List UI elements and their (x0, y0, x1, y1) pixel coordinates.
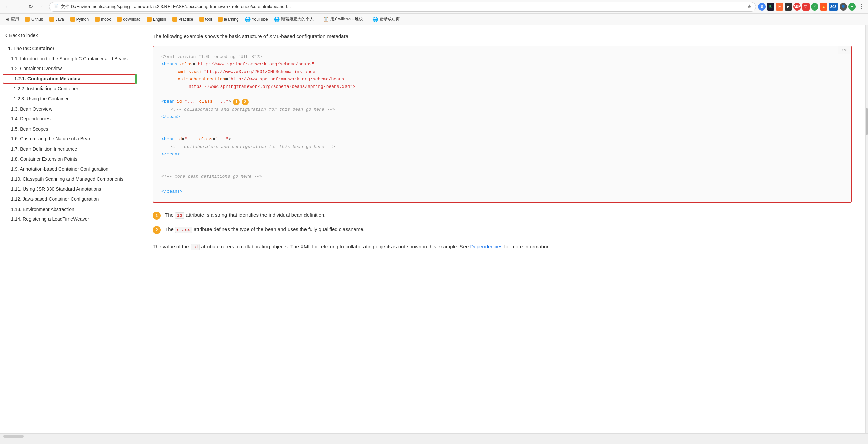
code-text: <!-- collaborators and configuration for… (171, 143, 335, 151)
star-icon[interactable]: ★ (747, 3, 752, 10)
ext-icon-7[interactable]: 🔥 (820, 3, 827, 11)
dependencies-link[interactable]: Dependencies (470, 244, 502, 249)
code-text: "..." (184, 136, 198, 143)
bookmark-tool[interactable]: tool (197, 16, 215, 23)
nav-item-1-3[interactable]: 1.3. Bean Overview (3, 104, 136, 114)
folder-icon (95, 17, 100, 22)
bookmark-willows[interactable]: 📋 用户willows - 堆栈... (320, 15, 369, 23)
code-text: <?xml version="1.0" encoding="UTF-8"?> (161, 53, 262, 61)
back-to-index[interactable]: ‹ Back to index (0, 30, 139, 44)
nav-list: 1. The IoC Container 1.1. Introduction t… (0, 44, 139, 225)
more-btn[interactable]: ⋮ (857, 3, 865, 10)
bookmark-python[interactable]: Python (67, 16, 92, 23)
bookmark-learning[interactable]: learning (215, 16, 241, 23)
code-line-2: <beans xmlns = "http://www.springframewo… (161, 61, 843, 68)
code-line-comment2: <!-- collaborators and configuration for… (161, 143, 843, 151)
ext-icon-abp[interactable]: ABP (793, 3, 801, 11)
back-button[interactable]: ← (3, 2, 12, 12)
ext-icon-3[interactable]: F (776, 3, 783, 11)
annotation-text-2: The class attribute defines the type of … (165, 225, 365, 234)
nav-item-1-2-3[interactable]: 1.2.3. Using the Container (3, 94, 136, 104)
ext-icon-1[interactable]: B (758, 3, 766, 11)
ext-icon-5[interactable]: 🛡 (802, 3, 810, 11)
bookmark-label: 登录成功页 (379, 16, 400, 22)
annotation-badge-1: 1 (153, 212, 161, 220)
active-indicator (135, 74, 137, 84)
nav-item-1-9[interactable]: 1.9. Annotation-based Container Configur… (3, 164, 136, 174)
nav-item-1-2-2[interactable]: 1.2.2. Instantiating a Container (3, 84, 136, 94)
home-button[interactable]: ⌂ (37, 2, 47, 12)
bookmark-java[interactable]: Java (46, 16, 66, 23)
code-line-endbean2: </bean> (161, 151, 843, 158)
ext-icon-4[interactable]: ▶ (785, 3, 792, 11)
right-scrollbar[interactable] (865, 25, 868, 433)
nav-item-1-14[interactable]: 1.14. Registering a LoadTimeWeaver (3, 214, 136, 225)
bookmark-youtube[interactable]: 🌐 YouTube (242, 16, 271, 23)
nav-item-label: 1.2. Container Overview (11, 66, 62, 71)
bookmark-english[interactable]: English (144, 16, 169, 23)
code-text: = (182, 136, 185, 143)
nav-item-1-8[interactable]: 1.8. Container Extension Points (3, 154, 136, 165)
nav-item-1-2-1[interactable]: 1.2.1. Configuration Metadata (3, 74, 136, 84)
code-text: xsi:schemaLocation (178, 76, 225, 83)
bookmark-github[interactable]: Github (22, 16, 46, 23)
code-text: = (212, 136, 215, 143)
code-text: class (199, 98, 212, 105)
back-to-index-label: Back to index (9, 33, 38, 38)
bookmark-label: Python (76, 17, 89, 22)
ext-icon-2[interactable]: 🐉 (767, 3, 774, 11)
scrollbar-thumb (866, 108, 868, 135)
nav-item-1-4[interactable]: 1.4. Dependencies (3, 114, 136, 124)
code-text: id (177, 98, 182, 105)
code-text: <bean (161, 136, 175, 143)
code-text: xmlns:xsi (178, 68, 201, 76)
ext-icon-6[interactable]: ✓ (811, 3, 818, 11)
code-text: "http://www.w3.org/2001/XMLSchema-instan… (204, 68, 318, 76)
nav-item-label: 1.10. Classpath Scanning and Managed Com… (11, 176, 123, 182)
code-line-empty-4 (161, 158, 843, 166)
annotation-item-2: 2 The class attribute defines the type o… (153, 225, 852, 234)
nav-item-1-6[interactable]: 1.6. Customizing the Nature of a Bean (3, 134, 136, 144)
bookmark-zhejiang[interactable]: 🌐 渐若窥宏大的个人... (271, 15, 320, 23)
nav-item-1-11[interactable]: 1.11. Using JSR 330 Standard Annotations (3, 184, 136, 194)
inline-code-id-2: id (191, 244, 200, 250)
nav-item-1-7[interactable]: 1.7. Bean Definition Inheritance (3, 144, 136, 154)
nav-item-1-10[interactable]: 1.10. Classpath Scanning and Managed Com… (3, 174, 136, 185)
nav-item-1-2-1-wrapper: 1.2.1. Configuration Metadata (3, 74, 136, 84)
bookmark-login[interactable]: 🌐 登录成功页 (370, 15, 402, 23)
nav-item-1-5[interactable]: 1.5. Bean Scopes (3, 124, 136, 134)
code-line-endbeans: </beans> (161, 188, 843, 195)
bottom-scrollbar[interactable] (0, 433, 868, 438)
code-line-3: xmlns:xsi = "http://www.w3.org/2001/XMLS… (161, 68, 843, 76)
back-arrow-icon: ‹ (5, 32, 7, 38)
code-line-comment1: <!-- collaborators and configuration for… (161, 106, 843, 113)
ext-icon-803[interactable]: 803 (829, 3, 838, 11)
bookmark-label: mooc (101, 17, 111, 22)
bookmark-label: download (123, 17, 140, 22)
code-line-empty-2 (161, 121, 843, 128)
folder-icon (199, 17, 204, 22)
code-line-5: https://www.springframework.org/schema/b… (161, 83, 843, 91)
bookmark-apps[interactable]: ⊞ 应用 (3, 15, 22, 23)
nav-item-1-12[interactable]: 1.12. Java-based Container Configuration (3, 194, 136, 205)
address-bar[interactable]: 📄 文件 D:/Environments/spring/spring-frame… (49, 2, 756, 12)
profile-icon[interactable]: ● (848, 3, 856, 11)
nav-item-1-2[interactable]: 1.2. Container Overview (3, 64, 136, 74)
reload-button[interactable]: ↻ (26, 2, 35, 12)
address-text: 文件 D:/Environments/spring/spring-framewo… (61, 4, 291, 10)
inline-code-class: class (175, 227, 192, 233)
code-text: "http://www.springframework.org/schema/b… (228, 76, 344, 83)
user-avatar[interactable]: 👤 (840, 3, 847, 11)
nav-item-1-1[interactable]: 1.1. Introduction to the Spring IoC Cont… (3, 54, 136, 64)
forward-button[interactable]: → (14, 2, 24, 12)
folder-icon (70, 17, 75, 22)
bookmark-download[interactable]: download (114, 16, 143, 23)
code-line-empty-6 (161, 180, 843, 188)
bookmark-practice[interactable]: Practice (170, 16, 196, 23)
nav-item-1[interactable]: 1. The IoC Container (3, 44, 136, 54)
bookmark-label: Java (55, 17, 64, 22)
annotation-item-1: 1 The id attribute is a string that iden… (153, 211, 852, 220)
code-text: class (199, 136, 212, 143)
nav-item-1-13[interactable]: 1.13. Environment Abstraction (3, 205, 136, 215)
bookmark-mooc[interactable]: mooc (92, 16, 114, 23)
